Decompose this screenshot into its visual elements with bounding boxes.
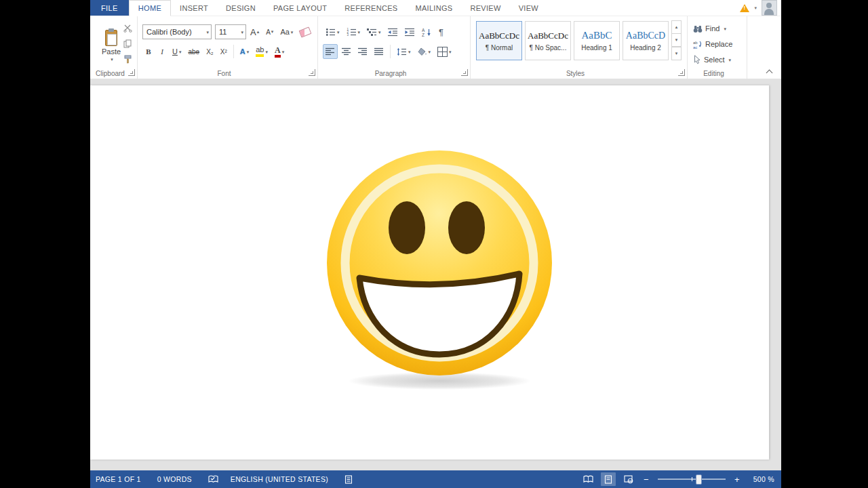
copy-button[interactable] [121,37,134,50]
font-color-button[interactable]: A▾ [272,44,287,59]
caret-down-icon: ▾ [729,58,732,62]
insert-mode-indicator[interactable] [344,475,353,484]
tab-review[interactable]: REVIEW [461,0,509,16]
paint-bucket-icon [418,47,427,56]
caret-down-icon: ▾ [111,57,113,62]
find-button[interactable]: Find ▾ [693,22,726,35]
caret-down-icon: ▾ [282,49,285,54]
tab-page-layout[interactable]: PAGE LAYOUT [264,0,336,16]
scissors-icon [123,24,132,33]
shading-button[interactable]: ▾ [415,44,434,59]
tab-insert[interactable]: INSERT [171,0,217,16]
caret-down-icon: ▾ [358,30,361,35]
underline-button[interactable]: U▾ [170,44,184,59]
styles-scroll-down-button[interactable]: ▼ [671,33,682,47]
paragraph-dialog-launcher[interactable] [461,69,468,76]
warning-icon[interactable]: ! [740,4,749,12]
increase-indent-button[interactable] [402,24,418,39]
style-heading-2[interactable]: AaBbCcD Heading 2 [623,21,669,60]
font-dialog-launcher[interactable] [309,69,315,76]
cut-button[interactable] [121,21,134,35]
italic-button[interactable]: I [156,44,168,59]
copy-icon [123,39,132,48]
decrease-indent-button[interactable] [385,24,401,39]
zoom-slider-thumb[interactable] [696,474,702,485]
justify-button[interactable] [372,44,387,59]
document-area[interactable] [90,79,781,470]
tab-design[interactable]: DESIGN [217,0,264,16]
tab-file[interactable]: FILE [90,0,129,16]
decrease-indent-icon [388,28,398,37]
user-avatar[interactable] [762,0,777,16]
change-case-button[interactable]: Aa▾ [277,24,296,39]
web-layout-button[interactable] [621,472,636,486]
tab-view[interactable]: VIEW [510,0,547,16]
shrink-font-button[interactable]: A▾ [263,24,276,39]
read-mode-button[interactable] [580,472,595,486]
sort-button[interactable]: AZ [419,24,434,39]
numbering-button[interactable]: 123 ▾ [344,24,363,39]
multilevel-list-button[interactable]: ▾ [364,24,384,39]
zoom-level[interactable]: 500 % [747,475,774,483]
clear-formatting-button[interactable] [297,24,313,39]
zoom-in-button[interactable]: + [732,474,742,485]
style-heading-1[interactable]: AaBbC Heading 1 [574,21,620,60]
style-normal[interactable]: AaBbCcDc ¶ Normal [476,21,522,60]
clipboard-dialog-launcher[interactable] [128,69,135,76]
styles-more-button[interactable]: ▼ [671,46,682,60]
align-left-button[interactable] [323,44,338,59]
tab-references[interactable]: REFERENCES [336,0,406,16]
styles-scroll-up-button[interactable]: ▲ [671,20,682,34]
zoom-slider[interactable] [658,479,726,480]
style-name: ¶ No Spac... [530,44,567,52]
caret-down-icon: ▾ [378,30,381,35]
paragraph-group: ▾ 123 ▾ ▾ [318,16,471,79]
word-count[interactable]: 0 WORDS [157,475,192,483]
strikethrough-button[interactable]: abe [185,44,202,59]
zoom-out-button[interactable]: − [642,474,651,485]
caret-down-icon: ▾ [241,30,243,35]
smiley-face-image[interactable] [324,148,555,392]
font-name-select[interactable]: Calibri (Body) ▾ [142,24,212,39]
document-page[interactable] [90,85,769,460]
line-spacing-button[interactable]: ▾ [394,44,414,59]
superscript-button[interactable]: X² [218,44,230,59]
tab-home[interactable]: HOME [129,0,171,16]
format-painter-button[interactable] [121,52,134,66]
replace-button[interactable]: abac Replace [693,37,732,51]
align-center-button[interactable] [339,44,354,59]
status-document-icon [344,475,353,484]
caret-down-icon: ▾ [724,26,726,31]
borders-button[interactable]: ▾ [435,44,454,59]
select-button[interactable]: Select ▾ [693,53,731,66]
tab-mailings[interactable]: MAILINGS [406,0,461,16]
align-right-button[interactable] [355,44,370,59]
font-size-select[interactable]: 11 ▾ [215,24,246,39]
editing-group-label: Editing [688,70,740,77]
grow-font-button[interactable]: A▴ [248,24,262,39]
proofing-status[interactable] [208,475,218,483]
smiley-left-eye [389,201,425,254]
print-layout-button[interactable] [601,472,616,486]
bullets-button[interactable]: ▾ [323,24,342,39]
style-preview: AaBbCcDc [479,30,519,41]
highlight-color-button[interactable]: ab▾ [253,44,271,59]
caret-down-icon: ▾ [247,49,250,54]
style-no-spacing[interactable]: AaBbCcDc ¶ No Spac... [525,21,571,60]
caret-down-icon[interactable]: ▾ [754,5,757,11]
subscript-button[interactable]: X₂ [203,44,216,59]
language-indicator[interactable]: ENGLISH (UNITED STATES) [231,475,328,483]
eraser-icon [299,26,312,37]
collapse-ribbon-button[interactable] [764,67,774,75]
styles-dialog-launcher[interactable] [678,69,685,76]
read-mode-icon [583,475,593,483]
caret-down-icon: ▾ [429,49,431,54]
caret-down-icon: ▾ [265,49,268,54]
print-layout-icon [604,475,612,484]
align-center-icon [342,47,351,56]
text-effects-button[interactable]: A▾ [237,44,252,59]
page-indicator[interactable]: PAGE 1 OF 1 [96,475,141,483]
caret-down-icon: ▾ [291,30,294,35]
show-hide-marks-button[interactable]: ¶ [435,24,448,39]
bold-button[interactable]: B [142,44,155,59]
